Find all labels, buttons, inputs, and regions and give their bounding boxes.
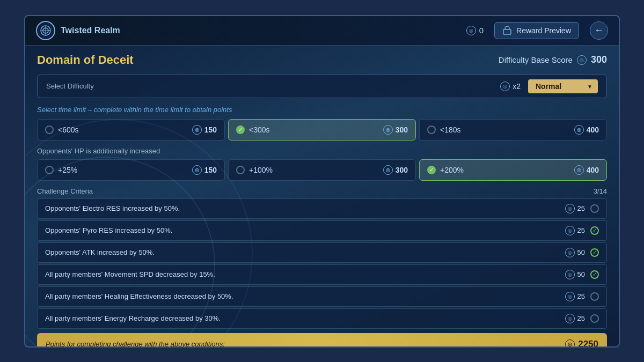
- reward-preview-button[interactable]: Reward Preview: [494, 22, 579, 39]
- criteria-item-2[interactable]: Opponents' ATK increased by 50%. ◎ 50 ✓: [37, 242, 607, 263]
- back-button[interactable]: ←: [590, 21, 608, 40]
- hp-option-100-score: ◎ 300: [383, 165, 408, 175]
- crit-check-0: [590, 204, 599, 213]
- crit-score-icon-5: ◎: [565, 314, 575, 323]
- crit-score-icon-3: ◎: [565, 270, 575, 279]
- criteria-title: Challenge Criteria: [37, 187, 93, 195]
- crit-score-icon-2: ◎: [565, 248, 575, 257]
- hp-option-25-score: ◎ 150: [192, 165, 217, 175]
- time-option-600-label: <600s: [45, 125, 79, 134]
- score-icon: ◎: [466, 26, 476, 35]
- multiplier-icon: ◎: [500, 82, 510, 91]
- time-option-180-label: <180s: [427, 125, 461, 134]
- crit-check-2: ✓: [590, 248, 599, 257]
- time-option-180-check: [427, 125, 436, 134]
- time-option-300[interactable]: ✓ <300s ◎ 300: [228, 119, 416, 141]
- time-option-180-score: ◎ 400: [574, 125, 599, 135]
- crit-score-5: ◎ 25: [565, 314, 585, 323]
- difficulty-select[interactable]: Normal Hard Expert: [528, 79, 598, 93]
- crit-right-2: ◎ 50 ✓: [565, 248, 599, 257]
- hp-option-100-label: +100%: [236, 166, 273, 174]
- hp-option-100[interactable]: +100% ◎ 300: [228, 159, 416, 181]
- crit-right-1: ◎ 25 ✓: [565, 226, 599, 235]
- criteria-list: Opponents' Electro RES increased by 50%.…: [37, 198, 607, 329]
- svg-rect-4: [503, 29, 511, 34]
- crit-right-5: ◎ 25: [565, 314, 599, 323]
- crit-score-icon-1: ◎: [565, 226, 575, 235]
- title-row: Domain of Deceit Difficulty Base Score ◎…: [37, 53, 607, 67]
- score-icon-t0: ◎: [192, 125, 202, 135]
- crit-right-4: ◎ 25: [565, 292, 599, 301]
- realm-title: Twisted Realm: [61, 26, 466, 35]
- points-total-value: ◎ 2250: [565, 339, 598, 348]
- time-option-300-check: ✓: [236, 125, 245, 134]
- crit-score-2: ◎ 50: [565, 248, 585, 257]
- score-icon-t1: ◎: [383, 125, 393, 135]
- time-option-300-score: ◎ 300: [383, 125, 408, 135]
- realm-logo: [36, 21, 55, 40]
- points-total-row: Points for completing challenge with the…: [37, 333, 607, 348]
- crit-check-3: ✓: [590, 270, 599, 279]
- crit-score-1: ◎ 25: [565, 226, 585, 235]
- difficulty-selector-row: Select Difficulty ◎ x2 Normal Hard Exper…: [37, 75, 607, 98]
- crit-check-4: [590, 292, 599, 301]
- crit-right-0: ◎ 25: [565, 204, 599, 213]
- hp-option-200-label: ✓ +200%: [427, 166, 464, 174]
- hp-option-100-check: [236, 166, 245, 174]
- criteria-header: Challenge Criteria 3/14: [37, 187, 607, 195]
- crit-score-4: ◎ 25: [565, 292, 585, 301]
- time-option-300-label: ✓ <300s: [236, 125, 270, 134]
- domain-title: Domain of Deceit: [37, 53, 134, 67]
- crit-score-icon-0: ◎: [565, 204, 575, 213]
- crit-check-5: [590, 314, 599, 323]
- criteria-item-3[interactable]: All party members' Movement SPD decrease…: [37, 264, 607, 285]
- crit-score-0: ◎ 25: [565, 204, 585, 213]
- hp-options: +25% ◎ 150 +100% ◎ 300 ✓: [37, 159, 607, 181]
- top-bar: Twisted Realm ◎ 0 Reward Preview ←: [25, 16, 619, 46]
- main-window: Twisted Realm ◎ 0 Reward Preview ← Domai…: [24, 15, 620, 348]
- hp-option-200-check: ✓: [427, 166, 436, 174]
- hp-option-200[interactable]: ✓ +200% ◎ 400: [419, 159, 607, 181]
- difficulty-score-icon: ◎: [577, 55, 587, 65]
- crit-right-3: ◎ 50 ✓: [565, 270, 599, 279]
- points-total-label: Points for completing challenge with the…: [46, 340, 225, 348]
- score-icon-h0: ◎: [192, 165, 202, 175]
- time-option-600-check: [45, 125, 54, 134]
- score-icon-h1: ◎: [383, 165, 393, 175]
- criteria-item-0[interactable]: Opponents' Electro RES increased by 50%.…: [37, 198, 607, 219]
- hp-section-label: Opponents' HP is additionally increased: [37, 147, 607, 155]
- time-option-600-score: ◎ 150: [192, 125, 217, 135]
- difficulty-score-row: Difficulty Base Score ◎ 300: [499, 54, 607, 65]
- criteria-item-4[interactable]: All party members' Healing Effectiveness…: [37, 286, 607, 307]
- crit-score-icon-4: ◎: [565, 292, 575, 301]
- hp-option-25[interactable]: +25% ◎ 150: [37, 159, 225, 181]
- difficulty-select-wrapper[interactable]: Normal Hard Expert: [528, 79, 598, 93]
- top-bar-right: ◎ 0 Reward Preview ←: [466, 21, 608, 40]
- criteria-item-5[interactable]: All party members' Energy Recharge decre…: [37, 308, 607, 329]
- score-icon-h2: ◎: [574, 165, 584, 175]
- hp-option-25-check: [45, 166, 54, 174]
- criteria-count: 3/14: [594, 187, 607, 195]
- hp-option-25-label: +25%: [45, 166, 77, 174]
- points-icon: ◎: [565, 339, 575, 348]
- time-limit-options: <600s ◎ 150 ✓ <300s ◎ 300: [37, 119, 607, 141]
- main-content: Domain of Deceit Difficulty Base Score ◎…: [25, 46, 619, 348]
- time-limit-label: Select time limit – complete within the …: [37, 106, 607, 114]
- score-badge: ◎ 0: [466, 26, 484, 35]
- crit-score-3: ◎ 50: [565, 270, 585, 279]
- time-option-180[interactable]: <180s ◎ 400: [419, 119, 607, 141]
- score-icon-t2: ◎: [574, 125, 584, 135]
- multiplier-badge: ◎ x2: [500, 82, 521, 91]
- time-option-600[interactable]: <600s ◎ 150: [37, 119, 225, 141]
- hp-option-200-score: ◎ 400: [574, 165, 599, 175]
- criteria-item-1[interactable]: Opponents' Pyro RES increased by 50%. ◎ …: [37, 220, 607, 241]
- difficulty-label: Select Difficulty: [46, 82, 500, 90]
- crit-check-1: ✓: [590, 226, 599, 235]
